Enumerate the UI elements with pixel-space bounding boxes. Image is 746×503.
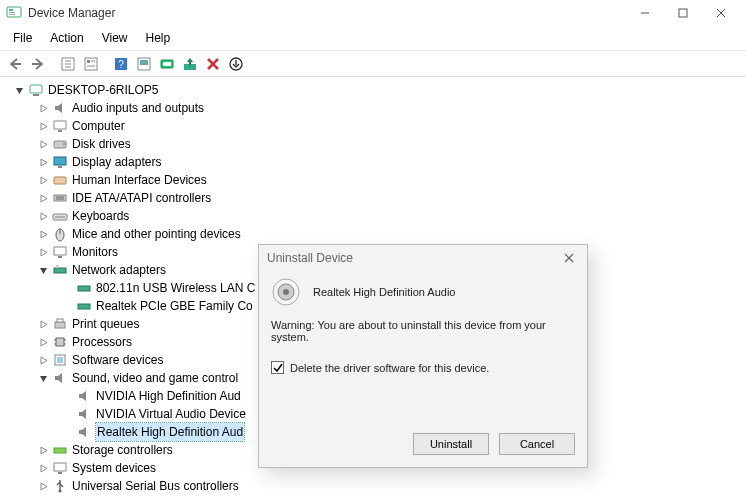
expand-icon[interactable] — [36, 137, 50, 151]
menu-help[interactable]: Help — [137, 28, 180, 48]
app-icon — [6, 5, 22, 21]
checkbox-label: Delete the driver software for this devi… — [290, 362, 489, 374]
dialog-close-icon[interactable] — [559, 248, 579, 268]
dialog-device-row: Realtek High Definition Audio — [271, 277, 575, 307]
tree-item-label: Storage controllers — [72, 441, 173, 459]
expand-icon[interactable] — [36, 443, 50, 457]
menu-file[interactable]: File — [4, 28, 41, 48]
tree-item-label: Realtek PCIe GBE Family Co — [96, 297, 253, 315]
menu-action[interactable]: Action — [41, 28, 92, 48]
dialog-body: Realtek High Definition Audio Warning: Y… — [259, 271, 587, 423]
cpu-icon — [52, 334, 68, 350]
menu-view[interactable]: View — [93, 28, 137, 48]
tree-item-label: NVIDIA Virtual Audio Device — [96, 405, 246, 423]
expand-icon[interactable] — [36, 173, 50, 187]
svg-point-43 — [63, 216, 64, 217]
maximize-button[interactable] — [664, 2, 702, 24]
svg-rect-28 — [54, 121, 66, 129]
tree-root-label: DESKTOP-6RILOP5 — [48, 81, 158, 99]
expand-icon[interactable] — [36, 119, 50, 133]
update-driver-icon[interactable] — [156, 53, 178, 75]
tree-item-computer[interactable]: Computer — [2, 117, 744, 135]
display-icon — [52, 154, 68, 170]
expand-icon[interactable] — [36, 461, 50, 475]
enable-icon[interactable] — [225, 53, 247, 75]
speaker-icon — [76, 424, 92, 440]
svg-rect-5 — [679, 9, 687, 17]
tree-item-label: Realtek High Definition Aud — [96, 423, 244, 441]
tree-item-mice[interactable]: Mice and other pointing devices — [2, 225, 744, 243]
titlebar: Device Manager — [0, 0, 746, 26]
disable-icon[interactable] — [202, 53, 224, 75]
properties-icon[interactable] — [80, 53, 102, 75]
tree-item-label: Audio inputs and outputs — [72, 99, 204, 117]
tree-item-label: Software devices — [72, 351, 163, 369]
tree-item-usb[interactable]: Universal Serial Bus controllers — [2, 477, 744, 495]
tree-item-label: Sound, video and game control — [72, 369, 238, 387]
expand-icon[interactable] — [36, 209, 50, 223]
tree-item-label: Universal Serial Bus controllers — [72, 477, 239, 495]
tree-item-keyboards[interactable]: Keyboards — [2, 207, 744, 225]
expand-icon[interactable] — [36, 479, 50, 493]
monitor-icon — [52, 244, 68, 260]
expand-icon[interactable] — [36, 101, 50, 115]
menubar: File Action View Help — [0, 26, 746, 51]
expand-icon[interactable] — [36, 191, 50, 205]
svg-rect-2 — [9, 12, 15, 13]
speaker-icon — [76, 388, 92, 404]
svg-rect-49 — [56, 265, 59, 268]
tree-item-ide[interactable]: IDE ATA/ATAPI controllers — [2, 189, 744, 207]
svg-point-42 — [61, 216, 62, 217]
uninstall-icon[interactable] — [179, 53, 201, 75]
forward-icon[interactable] — [27, 53, 49, 75]
collapse-icon[interactable] — [12, 83, 26, 97]
expand-icon[interactable] — [36, 227, 50, 241]
expand-icon[interactable] — [36, 335, 50, 349]
back-icon[interactable] — [4, 53, 26, 75]
svg-rect-27 — [33, 94, 39, 96]
uninstall-dialog: Uninstall Device Realtek High Definition… — [258, 244, 588, 468]
expand-icon[interactable] — [36, 245, 50, 259]
close-button[interactable] — [702, 2, 740, 24]
expand-icon[interactable] — [36, 155, 50, 169]
scan-icon[interactable] — [133, 53, 155, 75]
network-icon — [52, 262, 68, 278]
tree-item-audio[interactable]: Audio inputs and outputs — [2, 99, 744, 117]
show-hidden-icon[interactable] — [57, 53, 79, 75]
tree-item-label: Disk drives — [72, 135, 131, 153]
tree-item-display[interactable]: Display adapters — [2, 153, 744, 171]
svg-rect-1 — [9, 9, 13, 11]
expand-icon[interactable] — [36, 317, 50, 331]
svg-rect-19 — [140, 60, 148, 65]
help-icon[interactable]: ? — [110, 53, 132, 75]
collapse-icon[interactable] — [36, 371, 50, 385]
tree-item-hid[interactable]: Human Interface Devices — [2, 171, 744, 189]
tree-item-disk[interactable]: Disk drives — [2, 135, 744, 153]
minimize-button[interactable] — [626, 2, 664, 24]
svg-rect-21 — [163, 62, 171, 66]
tree-item-label: Monitors — [72, 243, 118, 261]
svg-point-40 — [57, 216, 58, 217]
svg-rect-47 — [58, 256, 62, 258]
svg-text:?: ? — [118, 59, 124, 70]
delete-driver-checkbox[interactable] — [271, 361, 284, 374]
svg-rect-33 — [58, 166, 62, 168]
mouse-icon — [52, 226, 68, 242]
svg-rect-48 — [54, 268, 66, 273]
svg-rect-61 — [54, 448, 66, 453]
tree-item-label: 802.11n USB Wireless LAN C — [96, 279, 255, 297]
cancel-button[interactable]: Cancel — [499, 433, 575, 455]
expand-icon[interactable] — [36, 353, 50, 367]
collapse-icon[interactable] — [36, 263, 50, 277]
device-speaker-icon — [271, 277, 301, 307]
tree-item-label: Computer — [72, 117, 125, 135]
dialog-warning-text: Warning: You are about to uninstall this… — [271, 319, 575, 343]
dialog-device-name: Realtek High Definition Audio — [313, 286, 455, 298]
speaker-icon — [52, 370, 68, 386]
svg-point-41 — [59, 216, 60, 217]
network-card-icon — [76, 280, 92, 296]
tree-root[interactable]: DESKTOP-6RILOP5 — [2, 81, 744, 99]
speaker-icon — [52, 100, 68, 116]
uninstall-button[interactable]: Uninstall — [413, 433, 489, 455]
dialog-checkbox-row[interactable]: Delete the driver software for this devi… — [271, 361, 575, 374]
